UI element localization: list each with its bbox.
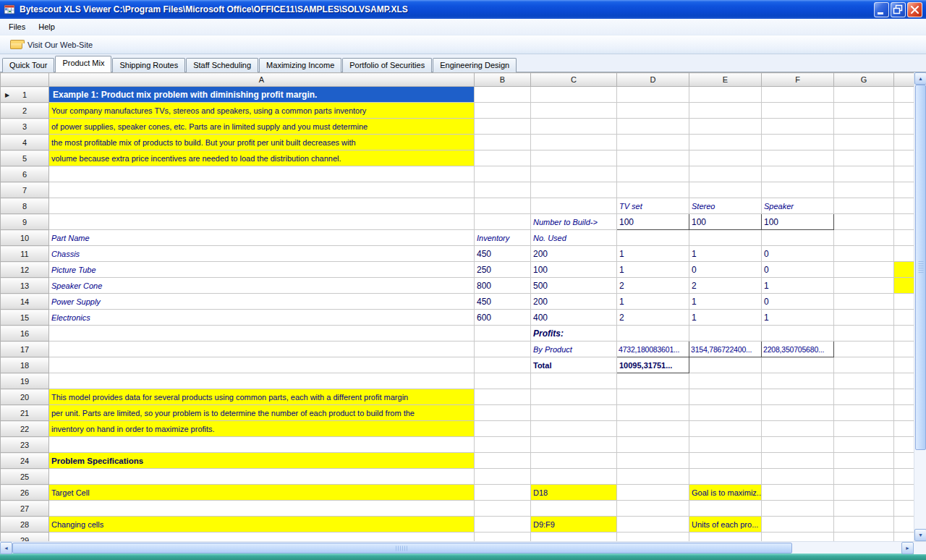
cell-D21[interactable]	[617, 405, 689, 421]
cell-D3[interactable]	[617, 119, 689, 135]
cell-G5[interactable]	[834, 150, 894, 166]
scroll-left-button[interactable]: ◄	[0, 542, 12, 554]
cell-D2[interactable]	[617, 103, 689, 119]
cell-H20[interactable]	[894, 389, 914, 405]
row-header-16[interactable]: 16	[1, 326, 49, 341]
row-header-28[interactable]: 28	[1, 517, 49, 533]
cell-F25[interactable]	[762, 469, 834, 485]
cell-B17[interactable]	[475, 341, 531, 357]
cell-A9[interactable]	[49, 214, 475, 230]
cell-H24[interactable]	[894, 453, 914, 469]
cell-D13[interactable]: 2	[617, 278, 689, 294]
cell-G28[interactable]	[834, 517, 894, 533]
cell-C12[interactable]: 100	[531, 262, 617, 278]
cell-A22[interactable]: inventory on hand in order to maximize p…	[49, 421, 475, 437]
row-header-26[interactable]: 26	[1, 485, 49, 501]
cell-F8[interactable]: Speaker	[762, 198, 834, 214]
cell-C10[interactable]: No. Used	[531, 230, 617, 246]
horizontal-scroll-thumb[interactable]	[12, 543, 792, 553]
cell-E22[interactable]	[689, 421, 762, 437]
cell-G26[interactable]	[834, 485, 894, 501]
cell-F19[interactable]	[762, 373, 834, 389]
cell-D19[interactable]	[617, 373, 689, 389]
cell-A14[interactable]: Power Supply	[49, 294, 475, 310]
scroll-down-button[interactable]: ▼	[914, 529, 926, 541]
cell-H5[interactable]	[894, 150, 914, 166]
cell-B8[interactable]	[475, 198, 531, 214]
cell-A20[interactable]: This model provides data for several pro…	[49, 389, 475, 405]
cell-E6[interactable]	[689, 166, 762, 182]
cell-B18[interactable]	[475, 357, 531, 373]
cell-G17[interactable]	[834, 341, 894, 357]
cell-H18[interactable]	[894, 357, 914, 373]
cell-D12[interactable]: 1	[617, 262, 689, 278]
tab-product-mix[interactable]: Product Mix	[55, 56, 111, 72]
cell-H7[interactable]	[894, 182, 914, 198]
cell-F12[interactable]: 0	[762, 262, 834, 278]
cell-D4[interactable]	[617, 135, 689, 150]
cell-G14[interactable]	[834, 294, 894, 310]
cell-G7[interactable]	[834, 182, 894, 198]
cell-A12[interactable]: Picture Tube	[49, 262, 475, 278]
cell-C16[interactable]: Profits:	[531, 326, 617, 341]
cell-A16[interactable]	[49, 326, 475, 341]
cell-C25[interactable]	[531, 469, 617, 485]
cell-C15[interactable]: 400	[531, 310, 617, 326]
cell-C28[interactable]: D9:F9	[531, 517, 617, 533]
cell-D16[interactable]	[617, 326, 689, 341]
row-header-9[interactable]: 9	[1, 214, 49, 230]
row-header-24[interactable]: 24	[1, 453, 49, 469]
cell-F5[interactable]	[762, 150, 834, 166]
cell-F23[interactable]	[762, 437, 834, 453]
cell-C11[interactable]: 200	[531, 246, 617, 262]
tab-shipping-routes[interactable]: Shipping Routes	[112, 58, 185, 72]
row-header-11[interactable]: 11	[1, 246, 49, 262]
cell-C9[interactable]: Number to Build->	[531, 214, 617, 230]
cell-D28[interactable]	[617, 517, 689, 533]
cell-B14[interactable]: 450	[475, 294, 531, 310]
cell-A23[interactable]	[49, 437, 475, 453]
cell-A24[interactable]: Problem Specifications	[49, 453, 475, 469]
cell-E25[interactable]	[689, 469, 762, 485]
row-header-17[interactable]: 17	[1, 341, 49, 357]
cell-H6[interactable]	[894, 166, 914, 182]
cell-A8[interactable]	[49, 198, 475, 214]
cell-F3[interactable]	[762, 119, 834, 135]
row-header-20[interactable]: 20	[1, 389, 49, 405]
col-header-C[interactable]: C	[531, 73, 617, 87]
row-header-13[interactable]: 13	[1, 278, 49, 294]
cell-C18[interactable]: Total	[531, 357, 617, 373]
cell-H2[interactable]	[894, 103, 914, 119]
cell-C27[interactable]	[531, 501, 617, 517]
horizontal-scrollbar[interactable]: ◄ ►	[0, 541, 926, 553]
cell-E8[interactable]: Stereo	[689, 198, 762, 214]
cell-B28[interactable]	[475, 517, 531, 533]
cell-A7[interactable]	[49, 182, 475, 198]
vertical-scrollbar[interactable]: ▲ ▼	[914, 72, 926, 541]
row-header-22[interactable]: 22	[1, 421, 49, 437]
cell-A10[interactable]: Part Name	[49, 230, 475, 246]
row-header-15[interactable]: 15	[1, 310, 49, 326]
cell-D20[interactable]	[617, 389, 689, 405]
cell-C24[interactable]	[531, 453, 617, 469]
cell-F28[interactable]	[762, 517, 834, 533]
cell-H21[interactable]	[894, 405, 914, 421]
cell-G9[interactable]	[834, 214, 894, 230]
cell-B3[interactable]	[475, 119, 531, 135]
cell-C4[interactable]	[531, 135, 617, 150]
cell-H9[interactable]	[894, 214, 914, 230]
cell-C20[interactable]	[531, 389, 617, 405]
cell-B25[interactable]	[475, 469, 531, 485]
cell-H22[interactable]	[894, 421, 914, 437]
cell-G22[interactable]	[834, 421, 894, 437]
col-header-B[interactable]: B	[475, 73, 531, 87]
cell-E24[interactable]	[689, 453, 762, 469]
cell-E3[interactable]	[689, 119, 762, 135]
cell-A26[interactable]: Target Cell	[49, 485, 475, 501]
cell-F11[interactable]: 0	[762, 246, 834, 262]
cell-B23[interactable]	[475, 437, 531, 453]
row-header-3[interactable]: 3	[1, 119, 49, 135]
col-header-G[interactable]: G	[834, 73, 894, 87]
menu-files[interactable]: Files	[2, 20, 32, 33]
select-all-corner[interactable]	[1, 73, 49, 87]
